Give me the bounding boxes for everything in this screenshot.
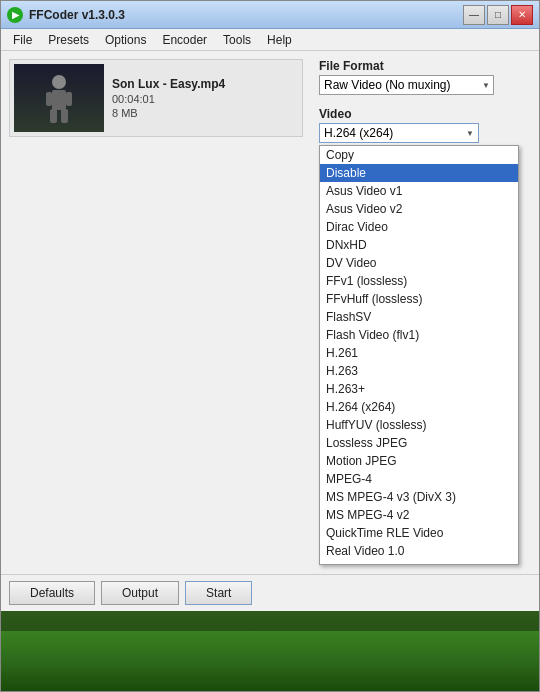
file-duration: 00:04:01 — [112, 93, 225, 105]
video-codec-option[interactable]: QuickTime RLE Video — [320, 524, 518, 542]
video-codec-option[interactable]: H.261 — [320, 344, 518, 362]
video-codec-option[interactable]: Dirac Video — [320, 218, 518, 236]
titlebar: ▶ FFCoder v1.3.0.3 — □ ✕ — [1, 1, 539, 29]
titlebar-buttons: — □ ✕ — [463, 5, 533, 25]
bottom-bar: Defaults Output Start — [1, 574, 539, 611]
video-codec-option[interactable]: DV Video — [320, 254, 518, 272]
menubar: File Presets Options Encoder Tools Help — [1, 29, 539, 51]
app-icon: ▶ — [7, 7, 23, 23]
grass-decoration — [1, 631, 539, 691]
video-codec-option[interactable]: FlashSV — [320, 308, 518, 326]
video-codec-option[interactable]: H.263 — [320, 362, 518, 380]
file-size: 8 MB — [112, 107, 225, 119]
thumbnail-figure — [34, 72, 84, 127]
main-window: ▶ FFCoder v1.3.0.3 — □ ✕ File Presets Op… — [0, 0, 540, 692]
file-info: Son Lux - Easy.mp4 00:04:01 8 MB — [112, 77, 225, 119]
restore-button[interactable]: □ — [487, 5, 509, 25]
file-format-section: File Format Raw Video (No muxing) — [319, 59, 531, 95]
menu-help[interactable]: Help — [259, 31, 300, 49]
video-codec-option[interactable]: MS MPEG-4 v3 (DivX 3) — [320, 488, 518, 506]
video-codec-option[interactable]: H.263+ — [320, 380, 518, 398]
menu-encoder[interactable]: Encoder — [154, 31, 215, 49]
video-codec-option[interactable]: Motion JPEG — [320, 452, 518, 470]
titlebar-left: ▶ FFCoder v1.3.0.3 — [7, 7, 125, 23]
video-codec-dropdown-container: H.264 (x264) ▼ CopyDisableAsus Video v1A… — [319, 123, 531, 143]
video-codec-option[interactable]: Asus Video v2 — [320, 200, 518, 218]
file-format-select[interactable]: Raw Video (No muxing) — [319, 75, 494, 95]
file-preview: Son Lux - Easy.mp4 00:04:01 8 MB — [9, 59, 303, 137]
start-button[interactable]: Start — [185, 581, 252, 605]
video-codec-option[interactable]: FFv1 (lossless) — [320, 272, 518, 290]
minimize-button[interactable]: — — [463, 5, 485, 25]
video-codec-selected: H.264 (x264) — [324, 126, 393, 140]
video-codec-option[interactable]: Flash Video (flv1) — [320, 326, 518, 344]
menu-file[interactable]: File — [5, 31, 40, 49]
close-button[interactable]: ✕ — [511, 5, 533, 25]
video-codec-option[interactable]: H.264 (x264) — [320, 398, 518, 416]
svg-point-0 — [52, 75, 66, 89]
video-codec-option[interactable]: FFvHuff (lossless) — [320, 290, 518, 308]
video-codec-option[interactable]: Disable — [320, 164, 518, 182]
video-codec-option[interactable]: MPEG-4 — [320, 470, 518, 488]
video-codec-option[interactable]: Asus Video v1 — [320, 182, 518, 200]
file-format-label: File Format — [319, 59, 531, 73]
video-codec-option[interactable]: MS MPEG-4 v2 — [320, 506, 518, 524]
menu-presets[interactable]: Presets — [40, 31, 97, 49]
video-codec-option[interactable]: Copy — [320, 146, 518, 164]
svg-rect-1 — [52, 90, 66, 110]
right-panel: File Format Raw Video (No muxing) Video … — [311, 51, 539, 574]
video-codec-option[interactable]: Real Video 1.0 — [320, 542, 518, 560]
file-format-select-wrapper: Raw Video (No muxing) — [319, 75, 494, 95]
dropdown-arrow-icon: ▼ — [466, 129, 474, 138]
main-content: Son Lux - Easy.mp4 00:04:01 8 MB File Fo… — [1, 51, 539, 574]
video-codec-trigger[interactable]: H.264 (x264) ▼ — [319, 123, 479, 143]
background-image — [1, 611, 539, 691]
svg-rect-5 — [61, 109, 68, 123]
menu-tools[interactable]: Tools — [215, 31, 259, 49]
video-codec-list: CopyDisableAsus Video v1Asus Video v2Dir… — [319, 145, 519, 565]
video-label: Video — [319, 107, 531, 121]
svg-rect-3 — [66, 92, 72, 106]
video-codec-option[interactable]: Lossless JPEG — [320, 434, 518, 452]
menu-options[interactable]: Options — [97, 31, 154, 49]
left-panel: Son Lux - Easy.mp4 00:04:01 8 MB — [1, 51, 311, 574]
video-section: Video H.264 (x264) ▼ CopyDisableAsus Vid… — [319, 107, 531, 143]
thumbnail — [14, 64, 104, 132]
video-codec-option[interactable]: HuffYUV (lossless) — [320, 416, 518, 434]
svg-rect-2 — [46, 92, 52, 106]
window-title: FFCoder v1.3.0.3 — [29, 8, 125, 22]
defaults-button[interactable]: Defaults — [9, 581, 95, 605]
video-codec-option[interactable]: DNxHD — [320, 236, 518, 254]
output-button[interactable]: Output — [101, 581, 179, 605]
video-codec-option[interactable]: Real Video 2.0 — [320, 560, 518, 565]
svg-rect-4 — [50, 109, 57, 123]
file-name: Son Lux - Easy.mp4 — [112, 77, 225, 91]
